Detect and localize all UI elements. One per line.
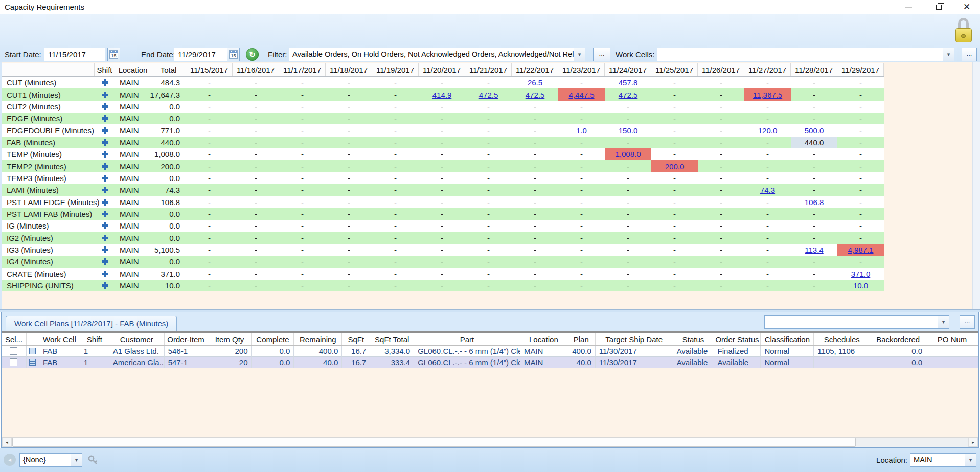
end-date-input[interactable]: 11/29/2017 [174,48,235,61]
plans-column-header[interactable]: Classification [761,333,814,345]
plans-column-header[interactable]: Plan [567,333,596,345]
column-header-date[interactable]: 11/28/2017 [791,63,837,76]
filter-dropdown[interactable]: Available Orders, On Hold Orders, Not Ac… [289,48,585,61]
plus-icon[interactable] [102,282,108,289]
plus-icon[interactable] [102,222,108,229]
capacity-value-link[interactable]: 74.3 [760,186,775,194]
minimize-button[interactable] [897,0,920,14]
plus-icon[interactable] [102,127,108,134]
column-header-shift[interactable]: Shift [95,63,115,76]
plans-column-header[interactable]: Shift [80,333,109,345]
plans-column-header[interactable]: Location [520,333,567,345]
capacity-value-link[interactable]: 120.0 [758,126,778,135]
column-header-location[interactable]: Location [115,63,151,76]
plans-filter-dropdown[interactable] [764,315,949,329]
scroll-left-button[interactable]: ◂ [2,438,12,447]
plans-column-header[interactable]: Complete [252,333,294,345]
column-header-date[interactable]: 11/17/2017 [279,63,326,76]
plus-icon[interactable] [102,211,108,217]
capacity-value-link[interactable]: 414.9 [432,91,452,99]
dropdown-arrow-icon[interactable] [965,454,976,466]
capacity-value-link[interactable]: 371.0 [851,269,871,278]
dropdown-arrow-icon[interactable] [938,316,949,328]
plans-column-header[interactable]: Item Qty [208,333,252,345]
capacity-value-link[interactable]: 106.8 [805,198,824,207]
plus-icon[interactable] [102,187,108,193]
capacity-value-link[interactable]: 26.5 [528,78,542,87]
plans-column-header[interactable]: PO Num [926,333,978,345]
start-date-calendar-button[interactable]: 15 [107,48,120,61]
close-button[interactable]: ✕ [955,0,978,14]
plus-icon[interactable] [102,163,108,170]
row-checkbox[interactable] [10,358,17,366]
plans-column-header[interactable]: Part [414,333,520,345]
plans-column-header[interactable]: Sel... [2,333,27,345]
plans-column-header[interactable]: Order Status [714,333,761,345]
capacity-value-link[interactable]: 440.0 [805,138,824,147]
capacity-value-link[interactable]: 1,008.0 [615,150,641,159]
filter-more-button[interactable]: ... [593,48,610,61]
plans-column-header[interactable] [27,333,39,345]
start-date-input[interactable]: 11/15/2017 [44,48,105,61]
capacity-value-link[interactable]: 150.0 [619,126,638,135]
plus-icon[interactable] [102,246,108,253]
plus-icon[interactable] [102,79,108,86]
plan-row[interactable]: FAB1A1 Glass Ltd.546-12000.0400.016.73,3… [2,346,978,357]
plus-icon[interactable] [102,235,108,241]
column-header-date[interactable]: 11/15/2017 [186,63,233,76]
plus-icon[interactable] [102,258,108,265]
plans-column-header[interactable]: SqFt [342,333,370,345]
column-header-date[interactable]: 11/22/2017 [512,63,558,76]
restore-button[interactable] [927,0,950,14]
capacity-value-link[interactable]: 457.8 [619,78,638,87]
capacity-value-link[interactable]: 472.5 [526,91,545,99]
column-header-date[interactable]: 11/21/2017 [465,63,512,76]
column-header-date[interactable]: 11/29/2017 [837,63,884,76]
work-cells-more-button[interactable]: ... [962,48,977,61]
dropdown-arrow-icon[interactable] [574,48,585,61]
vertical-scrollbar[interactable] [972,62,980,309]
plan-row[interactable]: FAB1American Gla...547-1200.040.016.7333… [2,357,978,368]
plans-column-header[interactable]: Schedules [814,333,870,345]
plans-column-header[interactable]: Order-Item [165,333,208,345]
plus-icon[interactable] [102,103,108,110]
capacity-value-link[interactable]: 472.5 [619,91,638,99]
capacity-value-link[interactable]: 472.5 [479,91,498,99]
capacity-value-link[interactable]: 10.0 [853,281,868,290]
plans-column-header[interactable]: Customer [109,333,165,345]
plus-icon[interactable] [102,271,108,277]
capacity-value-link[interactable]: 1.0 [576,126,587,135]
horizontal-scrollbar[interactable]: ◂ ▸ [2,437,978,447]
column-header-date[interactable]: 11/18/2017 [326,63,372,76]
scrollbar-thumb[interactable] [12,438,856,447]
details-icon[interactable] [29,359,36,366]
plans-column-header[interactable]: Work Cell [39,333,80,345]
plans-column-header[interactable]: Backordered [870,333,926,345]
scroll-right-button[interactable]: ▸ [968,438,978,447]
capacity-value-link[interactable]: 113.4 [805,245,823,254]
capacity-value-link[interactable]: 200.0 [665,162,685,171]
location-dropdown[interactable]: MAIN [910,453,976,467]
plus-icon[interactable] [102,115,108,122]
work-cell-plans-tab[interactable]: Work Cell Plans [11/28/2017] - FAB (Minu… [6,316,177,331]
capacity-value-link[interactable]: 4,447.5 [568,91,594,99]
plus-icon[interactable] [102,92,108,98]
details-icon[interactable] [29,348,36,354]
capacity-value-link[interactable]: 4,987.1 [848,245,873,254]
capacity-value-link[interactable]: 11,367.5 [753,91,782,99]
end-date-calendar-button[interactable]: 15 [227,48,240,61]
refresh-button[interactable]: ↻ [246,48,259,61]
plus-icon[interactable] [102,199,108,206]
plans-more-button[interactable]: ... [960,315,975,329]
capacity-value-link[interactable]: 500.0 [805,126,824,135]
row-checkbox[interactable] [10,347,17,355]
column-header-total[interactable]: Total [151,63,186,76]
plus-icon[interactable] [102,175,108,182]
column-header-date[interactable]: 11/19/2017 [372,63,419,76]
column-header-date[interactable]: 11/26/2017 [698,63,744,76]
dropdown-arrow-icon[interactable] [943,48,954,61]
plus-icon[interactable] [102,139,108,146]
dropdown-arrow-icon[interactable] [71,454,82,466]
column-header-date[interactable]: 11/20/2017 [419,63,465,76]
work-cells-dropdown[interactable] [657,48,954,61]
